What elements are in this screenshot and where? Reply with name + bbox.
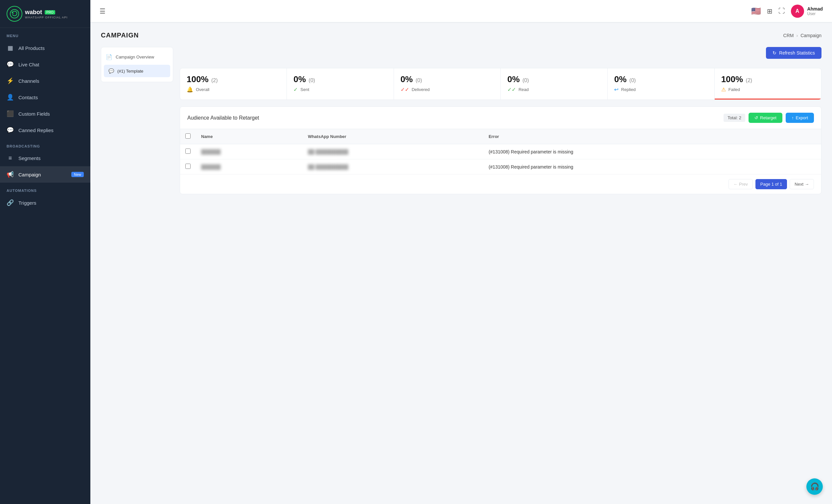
th-name: Name: [196, 129, 303, 144]
sidebar-item-label: Custom Fields: [18, 111, 50, 117]
comment-icon: 💬: [108, 68, 114, 74]
next-button[interactable]: Next →: [789, 179, 814, 189]
sidebar-item-canned-replies[interactable]: 💬 Canned Replies: [0, 122, 90, 138]
stat-delivered: 0% (0) ✓✓ Delivered: [394, 68, 501, 100]
stat-delivered-value: 0%: [400, 74, 413, 84]
stat-failed-value: 100%: [721, 74, 743, 84]
retarget-section: Audience Available to Retarget Total: 2 …: [180, 106, 822, 194]
logo-subtitle: WHATSAPP OFFICIAL API: [25, 16, 68, 19]
fullscreen-icon[interactable]: ⛶: [778, 7, 785, 15]
sidebar-item-triggers[interactable]: 🔗 Triggers: [0, 194, 90, 211]
th-checkbox: [180, 129, 196, 144]
td-checkbox-2: [180, 159, 196, 175]
stat-delivered-count: (0): [416, 78, 422, 83]
support-button[interactable]: 🎧: [806, 478, 823, 495]
stat-overall: 100% (2) 🔔 Overall: [180, 68, 287, 100]
user-area: A Ahmad User: [791, 5, 823, 18]
audience-table: Name WhatsApp Number Error ██████: [180, 129, 821, 175]
table-row: ██████ ██ ██████████ (#131008) Required …: [180, 159, 821, 175]
prev-button[interactable]: ← Prev: [728, 179, 753, 189]
sidebar-item-segments[interactable]: ≡ Segments: [0, 150, 90, 166]
bell-icon: 🔔: [187, 86, 193, 92]
row-checkbox-2[interactable]: [185, 164, 190, 169]
td-checkbox-1: [180, 144, 196, 159]
stat-read-count: (0): [522, 78, 529, 83]
template-item[interactable]: 💬 (#1) Template: [104, 65, 170, 77]
user-info: Ahmad User: [807, 6, 823, 16]
channels-icon: ⚡: [6, 77, 14, 84]
retarget-actions: Total: 2 ↺ Retarget ↑ Export: [724, 113, 814, 123]
breadcrumb-crm[interactable]: CRM: [783, 33, 794, 38]
td-name-2: ██████: [196, 159, 303, 175]
page-title: CAMPAIGN: [101, 31, 139, 39]
table-body: ██████ ██ ██████████ (#131008) Required …: [180, 144, 821, 175]
row-checkbox-1[interactable]: [185, 149, 190, 154]
stat-failed-label: Failed: [728, 87, 740, 92]
page-header: CAMPAIGN CRM › Campaign: [101, 31, 822, 39]
sidebar-item-custom-fields[interactable]: ⬛ Custom Fields: [0, 105, 90, 122]
check-icon: ✓: [293, 86, 298, 92]
retarget-btn-icon: ↺: [754, 115, 758, 120]
grid-view-icon[interactable]: ⊞: [767, 7, 773, 15]
flag-icon[interactable]: 🇺🇸: [751, 6, 761, 16]
stat-overall-label: Overall: [196, 87, 209, 92]
sidebar-item-contacts[interactable]: 👤 Contacts: [0, 89, 90, 105]
double-check-icon: ✓✓: [400, 86, 409, 92]
grid-icon: ▦: [6, 44, 14, 52]
contacts-icon: 👤: [6, 94, 14, 101]
stat-sent: 0% (0) ✓ Sent: [287, 68, 394, 100]
hamburger-icon[interactable]: ☰: [100, 7, 105, 15]
td-number-1: ██ ██████████: [303, 144, 483, 159]
retarget-title: Audience Available to Retarget: [187, 115, 259, 121]
stat-sent-value: 0%: [293, 74, 306, 84]
triggers-icon: 🔗: [6, 199, 14, 206]
next-label: Next: [795, 182, 803, 187]
sidebar-item-channels[interactable]: ⚡ Channels: [0, 73, 90, 89]
logo-name: wabot: [25, 9, 42, 16]
current-page-label: Page 1 of 1: [760, 182, 782, 187]
export-btn-label: Export: [796, 115, 808, 120]
current-page-button[interactable]: Page 1 of 1: [755, 179, 787, 189]
export-button[interactable]: ↑ Export: [786, 113, 814, 123]
stat-failed: 100% (2) ⚠ Failed: [715, 68, 821, 100]
svg-point-0: [10, 9, 19, 18]
campaign-overview-header: 📄 Campaign Overview: [101, 51, 173, 63]
th-error: Error: [483, 129, 821, 144]
stat-read-value: 0%: [508, 74, 520, 84]
stat-overall-value: 100%: [187, 74, 209, 84]
breadcrumb: CRM › Campaign: [783, 33, 822, 38]
refresh-statistics-button[interactable]: ↻ Refresh Statistics: [766, 47, 822, 59]
stat-replied: 0% (0) ↩ Replied: [607, 68, 714, 100]
sidebar-item-live-chat[interactable]: 💬 Live Chat: [0, 56, 90, 73]
sidebar-item-label: Channels: [18, 78, 39, 84]
stat-read-label: Read: [519, 87, 529, 92]
select-all-checkbox[interactable]: [185, 133, 190, 139]
doc-icon: 📄: [106, 54, 112, 60]
td-error-2: (#131008) Required parameter is missing: [483, 159, 821, 175]
pro-badge: PRO: [45, 10, 55, 15]
sidebar-item-label: Segments: [18, 155, 41, 161]
campaign-icon: 📢: [6, 171, 14, 178]
user-role: User: [807, 11, 823, 16]
stats-row: 100% (2) 🔔 Overall 0% (0): [180, 68, 822, 100]
breadcrumb-separator: ›: [797, 33, 798, 38]
campaign-overview-label: Campaign Overview: [116, 55, 154, 59]
sidebar-item-label: Contacts: [18, 95, 38, 100]
td-name-1: ██████: [196, 144, 303, 159]
export-btn-icon: ↑: [791, 115, 794, 120]
automations-label: AUTOMATIONS: [0, 183, 90, 194]
fail-icon: ⚠: [721, 86, 726, 92]
campaign-layout: 📄 Campaign Overview 💬 (#1) Template ↻: [101, 47, 822, 194]
pagination: ← Prev Page 1 of 1 Next →: [180, 175, 821, 194]
new-badge: New: [71, 172, 84, 177]
main-area: ☰ 🇺🇸 ⊞ ⛶ A Ahmad User CAMPAIGN CRM › Cam…: [90, 0, 832, 504]
sidebar-item-all-products[interactable]: ▦ All Products: [0, 40, 90, 56]
stat-replied-count: (0): [629, 78, 636, 83]
total-count: Total: 2: [724, 114, 745, 122]
read-icon: ✓✓: [508, 86, 516, 92]
prev-arrow-icon: ←: [733, 182, 738, 187]
sidebar-item-campaign[interactable]: 📢 Campaign New: [0, 166, 90, 183]
stat-failed-count: (2): [746, 78, 752, 83]
sidebar-item-label: All Products: [18, 45, 45, 51]
retarget-button[interactable]: ↺ Retarget: [749, 113, 782, 123]
